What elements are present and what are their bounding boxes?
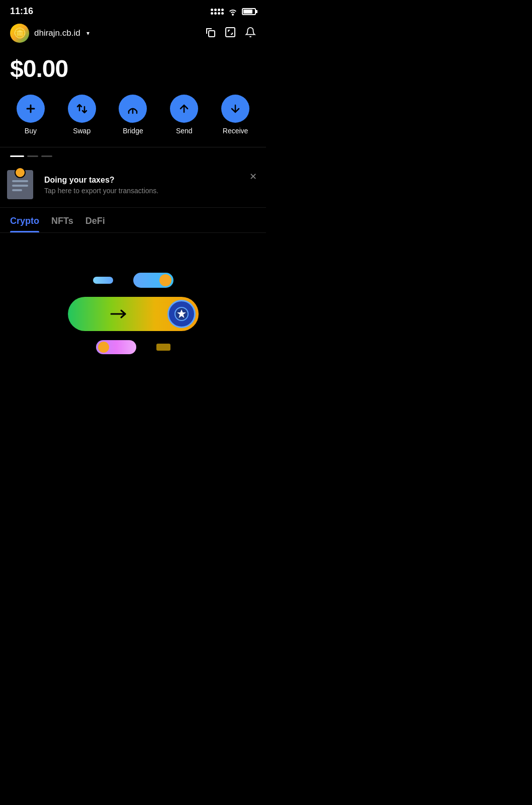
tab-nfts[interactable]: NFTs [51, 216, 73, 232]
toggle-purple [96, 340, 136, 354]
bridge-label: Bridge [123, 127, 143, 135]
crypto-content [0, 233, 266, 384]
tabs-indicator-row [0, 147, 266, 163]
swap-button[interactable]: Swap [68, 95, 96, 135]
toggle-row-top [10, 273, 256, 288]
toggle-main-knob [167, 300, 196, 328]
send-circle [170, 95, 198, 123]
wifi-icon [228, 8, 238, 16]
banner-subtitle: Tap here to export your transactions. [44, 187, 258, 195]
tab-crypto[interactable]: Crypto [10, 216, 39, 232]
svg-rect-0 [209, 31, 215, 37]
small-pill-blue [93, 277, 113, 284]
balance-section: $0.00 [0, 49, 266, 95]
small-rect-yellow [156, 344, 170, 351]
tab-indicator-0 [10, 155, 24, 157]
username: dhirajn.cb.id [34, 28, 80, 38]
toggle-small-blue [133, 273, 173, 288]
bridge-button[interactable]: Bridge [119, 95, 147, 135]
status-bar: 11:16 [0, 0, 266, 20]
signal-icon [211, 9, 224, 15]
copy-icon[interactable] [205, 27, 216, 40]
swap-circle [68, 95, 96, 123]
banner-title: Doing your taxes? [44, 176, 258, 185]
tab-defi[interactable]: DeFi [85, 216, 105, 232]
tax-banner[interactable]: Doing your taxes? Tap here to export you… [0, 163, 266, 208]
receive-label: Receive [223, 127, 248, 135]
tax-doc-icon [7, 170, 37, 200]
actions-row: Buy Swap Bridge Send [0, 95, 266, 147]
svg-rect-1 [226, 28, 235, 37]
toggle-knob-purple [98, 342, 109, 353]
profile-section[interactable]: dhirajn.cb.id ▾ [10, 24, 90, 43]
avatar [10, 24, 29, 43]
tab-indicator-2 [41, 155, 52, 157]
content-tabs: Crypto NFTs DeFi [0, 208, 266, 233]
toggle-main[interactable] [68, 297, 199, 331]
receive-circle [221, 95, 249, 123]
buy-button[interactable]: Buy [17, 95, 45, 135]
banner-text: Doing your taxes? Tap here to export you… [44, 176, 258, 195]
banner-close-button[interactable]: ✕ [247, 169, 259, 184]
bridge-circle [119, 95, 147, 123]
header: dhirajn.cb.id ▾ [0, 20, 266, 49]
send-button[interactable]: Send [170, 95, 198, 135]
toggle-knob-yellow [159, 274, 171, 286]
header-actions [205, 27, 256, 40]
buy-circle [17, 95, 45, 123]
toggle-arrow-icon [71, 309, 167, 319]
toggles-visual [10, 263, 256, 364]
status-icons [211, 8, 256, 16]
send-label: Send [176, 127, 193, 135]
battery-icon [242, 8, 256, 15]
tab-indicator-1 [27, 155, 38, 157]
expand-icon[interactable] [225, 27, 236, 40]
buy-label: Buy [25, 127, 37, 135]
chevron-down-icon: ▾ [86, 30, 90, 37]
balance-amount: $0.00 [10, 55, 256, 83]
swap-label: Swap [73, 127, 91, 135]
toggle-row-bottom [10, 340, 256, 354]
receive-button[interactable]: Receive [221, 95, 249, 135]
notification-bell-icon[interactable] [245, 27, 256, 40]
status-time: 11:16 [10, 6, 33, 17]
